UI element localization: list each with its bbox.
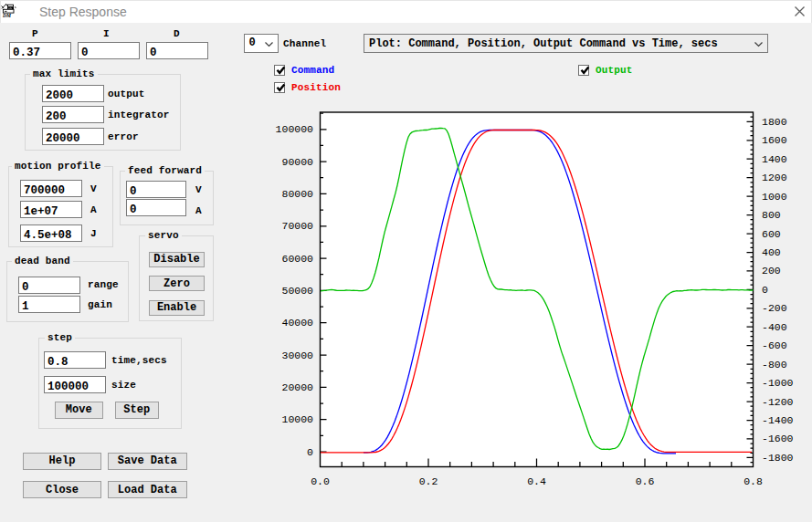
svg-text:100000: 100000 <box>276 123 314 135</box>
svg-text:-1400: -1400 <box>762 414 794 426</box>
svg-text:0.6: 0.6 <box>636 475 655 487</box>
svg-text:0: 0 <box>307 446 313 458</box>
svg-text:-400: -400 <box>762 321 787 333</box>
svg-text:-1800: -1800 <box>762 452 794 464</box>
svg-text:1000: 1000 <box>762 191 787 203</box>
svg-text:200: 200 <box>762 265 781 277</box>
svg-text:30000: 30000 <box>281 350 313 361</box>
svg-text:-1200: -1200 <box>762 396 794 408</box>
svg-text:90000: 90000 <box>281 156 313 168</box>
svg-text:40000: 40000 <box>281 317 313 329</box>
svg-text:400: 400 <box>762 246 781 258</box>
svg-text:-200: -200 <box>762 302 787 314</box>
svg-text:0.0: 0.0 <box>311 475 330 487</box>
svg-text:-1000: -1000 <box>762 377 794 389</box>
svg-text:0: 0 <box>762 284 768 296</box>
svg-text:10000: 10000 <box>281 413 313 425</box>
svg-text:70000: 70000 <box>281 220 313 232</box>
svg-text:80000: 80000 <box>281 188 313 200</box>
svg-text:DM: DM <box>2 13 12 18</box>
svg-text:600: 600 <box>762 228 781 240</box>
svg-text:0.8: 0.8 <box>743 475 763 487</box>
svg-text:1800: 1800 <box>762 116 787 128</box>
svg-text:1200: 1200 <box>762 172 787 183</box>
svg-text:50000: 50000 <box>281 285 313 297</box>
svg-text:20000: 20000 <box>281 381 313 393</box>
svg-text:-800: -800 <box>762 359 787 371</box>
svg-text:800: 800 <box>762 209 781 221</box>
svg-text:-1600: -1600 <box>762 433 794 444</box>
svg-text:1400: 1400 <box>762 153 787 165</box>
svg-text:1600: 1600 <box>762 134 787 146</box>
svg-text:-600: -600 <box>762 339 787 351</box>
svg-text:0.2: 0.2 <box>419 475 438 487</box>
svg-text:0.4: 0.4 <box>527 475 546 487</box>
svg-text:60000: 60000 <box>281 253 313 265</box>
